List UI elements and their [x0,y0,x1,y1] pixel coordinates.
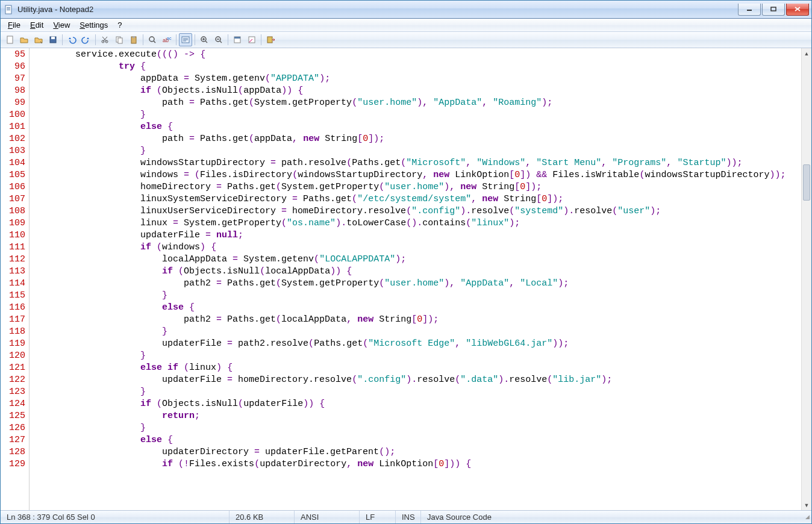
code-area[interactable]: service.execute((() -> { try { appData =… [30,48,801,510]
svg-rect-8 [51,37,55,39]
toolbar-separator [62,34,63,45]
svg-point-15 [149,37,154,42]
code-line[interactable]: else { [32,434,801,446]
code-line[interactable]: path2 = Paths.get(System.getProperty("us… [32,278,801,290]
undo-icon [67,35,77,45]
menu-view[interactable]: View [48,19,75,31]
menu-file[interactable]: File [3,19,25,31]
code-line[interactable]: path = Paths.get(appData, new String[0])… [32,133,801,145]
code-line[interactable]: return; [32,410,801,422]
toolbar-scheme-config-button[interactable] [245,33,258,46]
editor[interactable]: 9596979899100101102103104105106107108109… [1,48,811,510]
svg-rect-3 [7,10,10,10]
toolbar-wordwrap-button[interactable] [179,33,192,46]
code-line[interactable]: else { [32,121,801,133]
toolbar-new-button[interactable] [3,33,16,46]
toolbar-scheme-button[interactable] [231,33,244,46]
code-line[interactable]: else { [32,302,801,314]
svg-text:ac: ac [167,36,172,40]
scroll-up-arrow[interactable]: ▲ [802,48,811,58]
code-line[interactable]: try { [32,61,801,73]
scroll-track[interactable] [802,58,811,500]
code-line[interactable]: path2 = Paths.get(localAppData, new Stri… [32,314,801,326]
minimize-button[interactable] [738,4,761,16]
line-number-gutter: 9596979899100101102103104105106107108109… [1,48,30,510]
code-line[interactable]: localAppData = System.getenv("LOCALAPPDA… [32,254,801,266]
svg-rect-5 [771,7,776,11]
code-line[interactable]: linuxUserServiceDirectory = homeDirector… [32,205,801,217]
status-eol[interactable]: LF [360,511,396,523]
code-line[interactable]: linuxSystemServiceDirectory = Paths.get(… [32,193,801,205]
menu-edit[interactable]: Edit [25,19,48,31]
scroll-down-arrow[interactable]: ▼ [802,500,811,510]
svg-rect-22 [234,37,240,39]
toolbar-redo-button[interactable] [80,33,93,46]
redo-icon [81,35,91,45]
app-icon [4,5,14,14]
code-line[interactable]: } [32,350,801,362]
toolbar-cut-button[interactable] [98,33,111,46]
svg-rect-24 [267,37,272,43]
code-line[interactable]: } [32,326,801,338]
resize-grip[interactable]: ◢ [801,514,811,521]
toolbar-exit-button[interactable] [264,33,277,46]
copy-icon [114,35,124,45]
code-line[interactable]: windowsStartupDirectory = path.resolve(P… [32,157,801,169]
code-line[interactable]: updaterFile = path2.resolve(Paths.get("M… [32,338,801,350]
titlebar[interactable]: Utility.java - Notepad2 [1,1,811,19]
open-icon [19,35,29,45]
toolbar-find-button[interactable] [146,33,159,46]
svg-rect-1 [7,7,10,8]
status-filesize: 20.6 KB [230,511,295,523]
toolbar-save-button[interactable] [46,33,60,46]
toolbar-zoom-out-button[interactable] [212,33,225,46]
toolbar-separator [95,34,96,45]
code-line[interactable]: else if (linux) { [32,362,801,374]
code-line[interactable]: } [32,145,801,157]
code-line[interactable]: updaterFile = null; [32,229,801,242]
code-line[interactable]: linux = System.getProperty("os.name").to… [32,217,801,229]
code-line[interactable]: } [32,386,801,398]
status-encoding[interactable]: ANSI [295,511,360,523]
scroll-thumb[interactable] [803,164,810,201]
code-line[interactable]: if (Objects.isNull(updaterFile)) { [32,398,801,410]
code-line[interactable]: } [32,109,801,121]
menu-settings[interactable]: Settings [75,19,113,31]
code-line[interactable]: if (windows) { [32,242,801,254]
toolbar-copy-button[interactable] [113,33,126,46]
toolbar-zoom-in-button[interactable] [198,33,211,46]
svg-rect-12 [118,38,122,43]
svg-rect-6 [7,36,13,43]
code-line[interactable]: } [32,422,801,434]
replace-icon: abac [162,35,172,45]
menu-help[interactable]: ? [113,19,126,31]
code-line[interactable]: if (Objects.isNull(localAppData)) { [32,266,801,278]
code-line[interactable]: updaterFile = homeDirectory.resolve(".co… [32,374,801,386]
toolbar: abac [1,32,811,48]
code-line[interactable]: windows = (Files.isDirectory(windowsStar… [32,169,801,181]
toolbar-undo-button[interactable] [65,33,78,46]
status-position[interactable]: Ln 368 : 379 Col 65 Sel 0 [1,511,230,523]
code-line[interactable]: service.execute((() -> { [32,49,801,61]
close-button[interactable] [786,4,809,16]
code-line[interactable]: if (Objects.isNull(appData)) { [32,85,801,97]
status-filetype[interactable]: Java Source Code [421,511,801,523]
code-line[interactable]: updaterDirectory = updaterFile.getParent… [32,446,801,458]
maximize-button[interactable] [762,4,785,16]
code-line[interactable]: path = Paths.get(System.getProperty("use… [32,97,801,109]
zoom-out-icon [214,35,223,45]
svg-rect-2 [7,8,10,9]
new-icon [5,35,14,45]
toolbar-browse-button[interactable] [32,33,45,46]
code-line[interactable]: } [32,290,801,302]
code-line[interactable]: appData = System.getenv("APPDATA"); [32,73,801,85]
vertical-scrollbar[interactable]: ▲ ▼ [801,48,811,510]
toolbar-replace-button[interactable]: abac [160,33,173,46]
toolbar-open-button[interactable] [17,33,31,46]
status-ovr[interactable]: INS [396,511,421,523]
toolbar-paste-button[interactable] [127,33,140,46]
code-line[interactable]: if (!Files.exists(updaterDirectory, new … [32,458,801,470]
browse-icon [34,35,43,45]
code-line[interactable]: homeDirectory = Paths.get(System.getProp… [32,181,801,193]
wordwrap-icon [181,35,190,45]
